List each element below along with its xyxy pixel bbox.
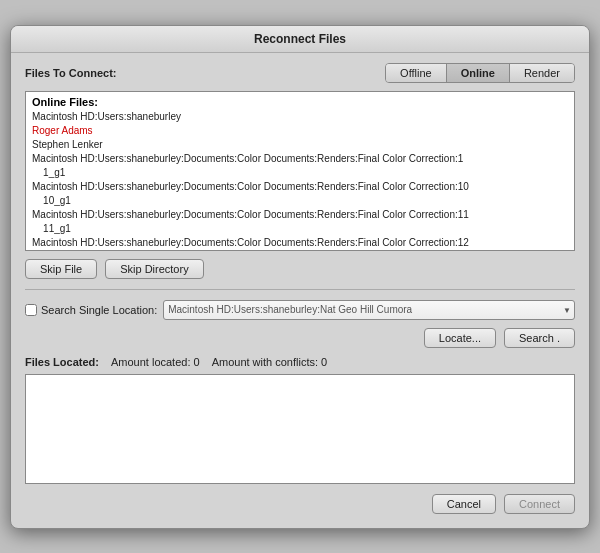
files-located-label: Files Located:	[25, 356, 99, 368]
search-path-wrapper: Macintosh HD:Users:shaneburley:Nat Geo H…	[163, 300, 575, 320]
locate-search-row: Locate... Search .	[25, 328, 575, 348]
list-item: 10_g1	[32, 194, 568, 208]
list-item: Stephen Lenker	[32, 138, 568, 152]
search-single-text: Search Single Location:	[41, 304, 157, 316]
list-item: Roger Adams	[32, 124, 568, 138]
results-box	[25, 374, 575, 484]
list-item: Macintosh HD:Users:shaneburley:Documents…	[32, 208, 568, 222]
amount-conflicts-label: Amount with conflicts: 0	[212, 356, 328, 368]
files-list-container: Online Files: Macintosh HD:Users:shanebu…	[25, 91, 575, 251]
search-single-label: Search Single Location:	[25, 304, 157, 316]
reconnect-files-dialog: Reconnect Files Files To Connect: Offlin…	[10, 25, 590, 529]
dialog-title: Reconnect Files	[254, 32, 346, 46]
title-bar: Reconnect Files	[11, 26, 589, 53]
files-located-row: Files Located: Amount located: 0 Amount …	[25, 356, 575, 368]
search-single-row: Search Single Location: Macintosh HD:Use…	[25, 300, 575, 320]
locate-button[interactable]: Locate...	[424, 328, 496, 348]
search-single-checkbox[interactable]	[25, 304, 37, 316]
list-item: Macintosh HD:Users:shaneburley:Documents…	[32, 180, 568, 194]
list-item: Macintosh HD:Users:shaneburley:Documents…	[32, 236, 568, 250]
search-path-display[interactable]: Macintosh HD:Users:shaneburley:Nat Geo H…	[163, 300, 575, 320]
search-button[interactable]: Search .	[504, 328, 575, 348]
skip-file-button[interactable]: Skip File	[25, 259, 97, 279]
list-item: 11_g1	[32, 222, 568, 236]
online-files-title: Online Files:	[32, 96, 568, 108]
tab-offline[interactable]: Offline	[386, 64, 447, 82]
bottom-buttons: Cancel Connect	[25, 494, 575, 518]
tab-group: Offline Online Render	[385, 63, 575, 83]
files-list[interactable]: Online Files: Macintosh HD:Users:shanebu…	[26, 92, 574, 250]
list-item: Macintosh HD:Users:shaneburley	[32, 110, 568, 124]
tab-render[interactable]: Render	[510, 64, 574, 82]
skip-directory-button[interactable]: Skip Directory	[105, 259, 203, 279]
list-item: 1_g1	[32, 166, 568, 180]
files-to-connect-row: Files To Connect: Offline Online Render	[25, 63, 575, 83]
tab-online[interactable]: Online	[447, 64, 510, 82]
cancel-button[interactable]: Cancel	[432, 494, 496, 514]
divider	[25, 289, 575, 290]
list-item: Macintosh HD:Users:shaneburley:Documents…	[32, 152, 568, 166]
files-to-connect-label: Files To Connect:	[25, 67, 385, 79]
amount-located-label: Amount located: 0	[111, 356, 200, 368]
skip-buttons: Skip File Skip Directory	[25, 259, 575, 279]
connect-button[interactable]: Connect	[504, 494, 575, 514]
